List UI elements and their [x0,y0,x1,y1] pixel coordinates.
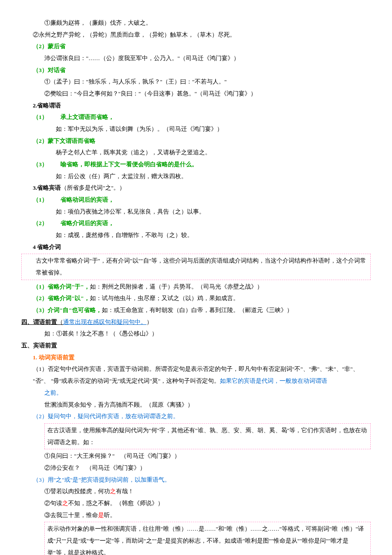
text-line: ②句读之不知，惑之不解。（韩愈《师说》） [21,497,371,509]
text-line: 杨子之邻人亡羊，既率其党（追之），又请杨子之竖追之。 [21,147,371,159]
subheading: （2） 省略介词后的宾语， [21,217,371,229]
text: 不知，惑之不解。（韩愈《师说》） [68,500,164,506]
text-line: 如：项伯乃夜驰之沛公军，私见张良，具告（之）以事。 [21,206,371,218]
subheading: （2）疑问句中，疑问代词作宾语，放在动词谓语之前。 [21,410,371,422]
text-line: （3）介词"自"也可省略，如：或王命急宣，有时朝发（白）白帝，暮到江陵。（郦道元… [21,304,371,316]
label: （1） [33,114,48,120]
subheading: （1） 承上文谓语而省略， [21,111,371,123]
label: （3）介词"自"也可省略， [33,307,102,313]
label-text: 省略动词后的宾语， [61,197,114,203]
callout-box: 在古汉语里，使用频率高的疑问代词为"何"字，其他还有"谁、孰、恶、安、焉、胡、奚… [44,423,371,449]
emphasis: 之 [110,488,116,494]
subheading: （3）对话省 [21,64,371,76]
text: 有哉！ [116,488,134,494]
text-line: 世溷浊而莫余知兮，吾方高驰而不顾。（屈原《离骚》） [21,399,371,411]
text-line: ③去我三十里，惟命是听。 [21,509,371,521]
note: 之前。 [44,390,62,396]
emphasis: 是 [98,512,104,518]
text-line: 表示动作对象的单一性和强调宾语，往往用"唯（惟）……是……"和"唯（惟）……之…… [47,523,368,555]
heading: 四、谓语前置（通常出现在感叹句和疑问句中。） [21,316,371,328]
note: 如果它的宾语是代词，一般放在动词谓语 [220,378,327,384]
text: ②句读 [44,500,62,506]
text-line: 沛公谓张良曰："……（公）度我至军中，公乃入。"（司马迁《鸿门宴》） [21,52,371,64]
subheading: （2）蒙后省 [21,40,371,52]
heading-text: 3.省略宾语 [33,185,61,191]
text-line: ①廉颇为赵将，（廉颇）伐齐，大破之。 [21,17,371,29]
label-text: 省略介词后的宾语， [61,220,114,226]
text: 如：试与他虫斗，虫尽靡；又试之（以）鸡，果如成言。 [90,295,239,301]
paren: ） [147,319,153,325]
text: 听。 [104,512,116,518]
text-line: 如：①甚矣！汝之不惠！（《愚公移山》） [21,328,371,340]
text-line: 如：后公改（任）两广，太监泣别，赠大珠四枚。 [21,171,371,182]
text-line: （2）省略介词"以"，如：试与他虫斗，虫尽靡；又试之（以）鸡，果如成言。 [21,292,371,304]
emphasis: 之 [62,500,68,506]
heading-text: 四、谓语前置 [21,319,57,325]
subheading: 1. 动词宾语前置 [21,352,371,364]
text-line: ①譬若以肉投餧虎，何功之有哉！ [21,486,371,497]
text-line: ①（孟子）曰："独乐乐，与人乐乐，孰乐？"（王）曰："不若与人。" [21,76,371,88]
label: （1） [33,197,48,203]
text-line: 古文中常常省略介词"于"，还有介词"以""自"等，这些介词与后面的宾语组成介词结… [24,255,368,278]
label: （3） [33,161,48,168]
subheading: （1） 省略动词后的宾语， [21,194,371,206]
callout-box: 表示动作对象的单一性和强调宾语，往往用"唯（惟）……是……"和"唯（惟）……之…… [44,522,371,555]
note: 通常出现在感叹句和疑问句中。 [63,319,147,325]
text-line: （1）否定句中代词作宾语，宾语置于动词前。所谓否定句是表示否定的句子，即凡句中有… [21,363,371,387]
text-line: 在古汉语里，使用频率高的疑问代词为"何"字，其他还有"谁、孰、恶、安、焉、胡、奚… [47,425,368,448]
label-text: 承上文谓语而省略， [61,114,114,120]
text-line: 如：军中无以为乐，请以剑舞（为乐）。（司马迁《鸿门宴》） [21,123,371,135]
text-line: ②永州之野产异蛇，（异蛇）黑质而白章，（异蛇）触草木，（草木）尽死。 [21,29,371,41]
callout-box: 古文中常常省略介词"于"，还有介词"以""自"等，这些介词与后面的宾语组成介词结… [21,254,371,280]
heading: 3.省略宾语（所省多是代词"之"。） [21,182,371,194]
text: 如：或王命急宣，有时朝发（白）白帝，暮到江陵。（郦道元《三峡》） [102,307,293,313]
heading: 2.省略谓语 [21,100,371,112]
text-line: 之前。 [21,387,371,399]
heading: 五、宾语前置 [21,340,371,352]
subheading: （3） 喻省略，即根据上下文一看便会明白省略的是什么。 [21,159,371,171]
paren: （ [57,319,63,325]
text-line: ②樊哙曰："今日之事何如？"良曰："（今日这事）甚急。"（司马迁《鸿门宴》） [21,88,371,100]
text: ③去我三十里，惟命 [44,512,98,518]
text-line: ②沛公安在？ （司马迁《鸿门宴》） [21,462,371,474]
subheading: （3）用"之"或"是"把宾语提到动词前，以加重语气。 [21,474,371,486]
text: ①譬若以肉投餧虎，何功 [44,488,110,494]
text-line: ①良问曰："大王来何操？" （司马迁《鸿门宴》） [21,450,371,462]
label: （2）省略介词"以"， [33,295,90,301]
heading-note: （所省多是代词"之"。） [61,185,125,191]
label: （2） [33,220,48,226]
text-line: （1）省略介词"于"，如：荆州之民附操者，逼（于）兵势耳。（司马光《赤壁之战》） [21,281,371,293]
heading: 4 省略介词 [21,241,371,253]
label-text: 喻省略，即根据上下文一看便会明白省略的是什么。 [61,161,198,168]
text-line: 如：成视，庞然修伟，自增惭怍，不敢与（之）较。 [21,229,371,241]
subheading: （2）蒙下文谓语而省略 [21,135,371,147]
label: （1）省略介词"于"， [33,283,90,290]
text: 如：荆州之民附操者，逼（于）兵势耳。（司马光《赤壁之战》） [90,283,263,290]
